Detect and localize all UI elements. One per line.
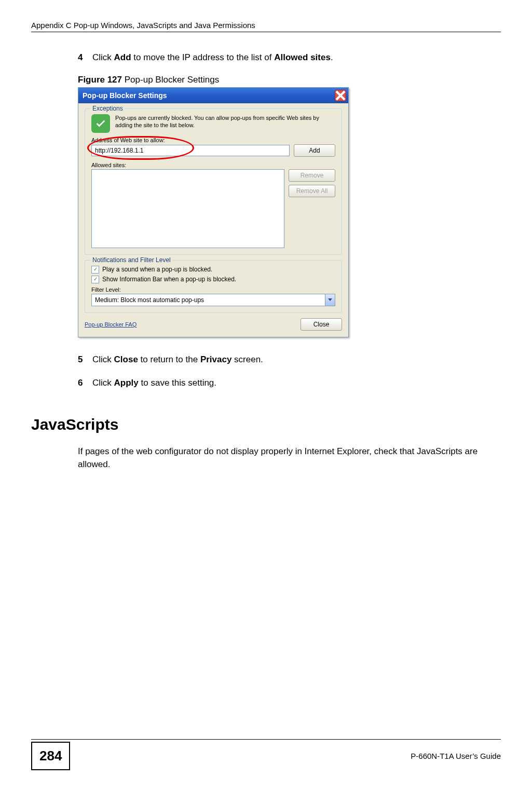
- step-number: 4: [78, 51, 92, 64]
- running-header: Appendix C Pop-up Windows, JavaScripts a…: [31, 21, 501, 32]
- add-button[interactable]: Add: [294, 144, 335, 157]
- address-input[interactable]: [91, 145, 290, 156]
- figure-number: Figure 127: [78, 75, 122, 85]
- address-row: Add: [91, 144, 335, 157]
- t: Click: [92, 378, 114, 388]
- notifications-group: Notifications and Filter Level ✓ Play a …: [85, 260, 342, 313]
- filter-level-dropdown[interactable]: Medium: Block most automatic pop-ups: [91, 294, 335, 306]
- t: screen.: [231, 354, 263, 364]
- javascripts-paragraph: If pages of the web configurator do not …: [31, 445, 501, 471]
- page-footer: 284 P-660N-T1A User’s Guide: [31, 739, 501, 770]
- t-bold: Allowed sites: [274, 52, 331, 62]
- step-6: 6 Click Apply to save this setting.: [78, 376, 501, 390]
- figure-caption: Pop-up Blocker Settings: [122, 75, 219, 85]
- allowed-sites-listbox[interactable]: [91, 169, 284, 248]
- show-infobar-checkbox[interactable]: ✓: [91, 276, 99, 283]
- dialog-title: Pop-up Blocker Settings: [83, 91, 167, 100]
- t-bold: Add: [114, 52, 131, 62]
- t-bold: Close: [114, 354, 138, 364]
- t: to save this setting.: [139, 378, 216, 388]
- javascripts-heading: JavaScripts: [31, 416, 501, 433]
- close-button[interactable]: Close: [301, 318, 342, 331]
- chevron-down-icon: [325, 294, 335, 306]
- filter-level-label: Filter Level:: [91, 287, 335, 293]
- close-icon[interactable]: [335, 90, 346, 101]
- show-infobar-label: Show Information Bar when a pop-up is bl…: [102, 276, 236, 283]
- t: Click: [92, 354, 114, 364]
- guide-name: P-660N-T1A User’s Guide: [411, 752, 501, 760]
- step-4: 4 Click Add to move the IP address to th…: [78, 51, 501, 64]
- allowed-sites-label: Allowed sites:: [91, 162, 335, 168]
- page-number: 284: [31, 742, 70, 770]
- t: Click: [92, 52, 114, 62]
- step-number: 5: [78, 353, 92, 366]
- popup-blocker-dialog: Pop-up Blocker Settings Exceptions Pop-u…: [78, 87, 349, 337]
- checkmark-icon: [91, 114, 110, 133]
- notifications-legend: Notifications and Filter Level: [90, 256, 173, 264]
- remove-button[interactable]: Remove: [289, 169, 335, 182]
- t-bold: Privacy: [200, 354, 232, 364]
- step-number: 6: [78, 376, 92, 390]
- exceptions-group: Exceptions Pop-ups are currently blocked…: [85, 108, 342, 255]
- dialog-titlebar: Pop-up Blocker Settings: [78, 88, 348, 103]
- popup-faq-link[interactable]: Pop-up Blocker FAQ: [85, 321, 137, 328]
- t: to return to the: [138, 354, 200, 364]
- step-text: Click Apply to save this setting.: [92, 376, 501, 390]
- filter-level-value: Medium: Block most automatic pop-ups: [92, 296, 325, 304]
- dialog-body: Exceptions Pop-ups are currently blocked…: [78, 103, 348, 337]
- figure-label: Figure 127 Pop-up Blocker Settings: [78, 75, 501, 85]
- step-text: Click Close to return to the Privacy scr…: [92, 353, 501, 366]
- step-text: Click Add to move the IP address to the …: [92, 51, 501, 64]
- t-bold: Apply: [114, 378, 139, 388]
- exceptions-legend: Exceptions: [90, 105, 125, 112]
- t: to move the IP address to the list of: [131, 52, 275, 62]
- t: .: [331, 52, 333, 62]
- play-sound-label: Play a sound when a pop-up is blocked.: [102, 266, 212, 273]
- remove-all-button[interactable]: Remove All: [289, 185, 335, 197]
- address-label: Address of Web site to allow:: [91, 137, 335, 143]
- exceptions-description: Pop-ups are currently blocked. You can a…: [115, 114, 335, 133]
- step-5: 5 Click Close to return to the Privacy s…: [78, 353, 501, 366]
- play-sound-checkbox[interactable]: ✓: [91, 266, 99, 274]
